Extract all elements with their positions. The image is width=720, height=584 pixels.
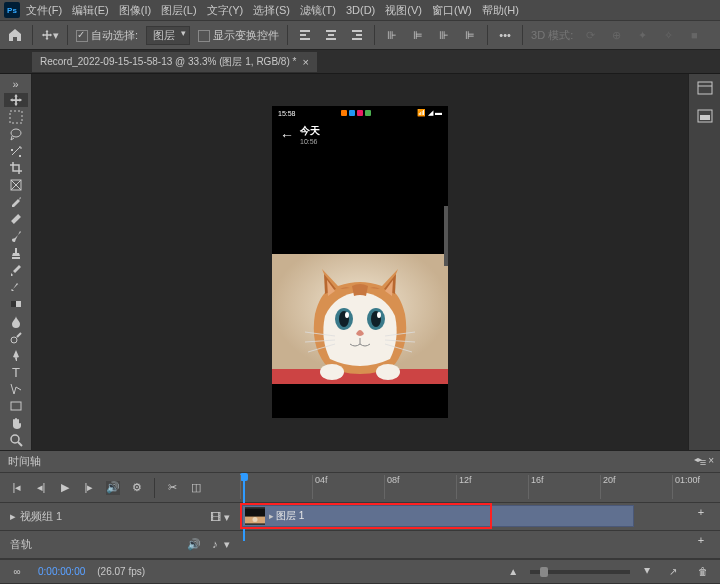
expand-icon[interactable]: » [4,78,28,90]
timeline-title[interactable]: 时间轴 [8,454,41,469]
svg-point-34 [377,312,381,318]
audio-mute-icon[interactable]: 🔊 [185,536,203,554]
svg-rect-1 [300,34,306,36]
distribute-icon-3[interactable]: ⊪ [435,26,453,44]
svg-rect-46 [700,115,710,120]
rect-tool[interactable] [4,399,28,413]
loop-icon[interactable]: ∞ [8,563,26,581]
svg-rect-5 [326,38,336,40]
auto-select-checkbox[interactable]: 自动选择: [76,28,138,43]
back-icon: ← [280,127,294,143]
eraser-tool[interactable] [4,280,28,294]
lasso-tool[interactable] [4,127,28,141]
menu-edit[interactable]: 编辑(E) [68,1,113,20]
menu-file[interactable]: 文件(F) [22,1,66,20]
document-tab[interactable]: Record_2022-09-15-15-58-13 @ 33.3% (图层 1… [32,52,317,72]
3d-icon-2: ⊕ [607,26,625,44]
split-icon[interactable]: ✂ [165,481,179,495]
brush-tool[interactable] [4,229,28,243]
timeline-footer: ∞ 0:00:00:00 (26.07 fps) ▲ ▲ ↗ 🗑 [0,559,720,583]
phone-header: ← 今天 10:56 [272,120,448,149]
show-transform-checkbox[interactable]: 显示变换控件 [198,28,279,43]
panel-icon-1[interactable] [693,78,717,98]
type-tool[interactable]: T [4,365,28,379]
crop-tool[interactable] [4,161,28,175]
svg-point-41 [320,364,344,380]
panel-icon-2[interactable] [693,106,717,126]
filmstrip-icon[interactable]: 🎞 [206,508,224,526]
play-icon[interactable]: ▶ [58,481,72,495]
align-icon-1[interactable] [296,26,314,44]
video-group-label[interactable]: 视频组 1 [20,510,62,522]
menu-select[interactable]: 选择(S) [249,1,294,20]
move-tool-icon[interactable]: ▾ [41,26,59,44]
menu-help[interactable]: 帮助(H) [478,1,523,20]
first-frame-icon[interactable]: |◂ [10,481,24,495]
svg-rect-13 [11,214,21,224]
svg-rect-7 [356,34,362,36]
distribute-icon-4[interactable]: ⊫ [461,26,479,44]
mute-icon[interactable]: 🔊 [106,481,120,495]
home-icon[interactable] [6,26,24,44]
menu-window[interactable]: 窗口(W) [428,1,476,20]
path-tool[interactable] [4,382,28,396]
move-tool[interactable] [4,93,28,107]
zoom-in-icon[interactable]: ▲ [642,566,652,577]
settings-icon[interactable]: ⚙ [130,481,144,495]
heal-tool[interactable] [4,212,28,226]
pen-tool[interactable] [4,348,28,362]
history-brush-tool[interactable] [4,263,28,277]
next-frame-icon[interactable]: |▸ [82,481,96,495]
audio-label[interactable]: 音轨 [10,537,32,552]
phone-statusbar: 15:58 📶 ◢ ▬ [272,106,448,120]
dodge-tool[interactable] [4,331,28,345]
transition-icon[interactable]: ◫ [189,481,203,495]
canvas-scrollbar[interactable] [444,206,448,266]
menu-layer[interactable]: 图层(L) [157,1,200,20]
add-audio-icon[interactable]: + [692,531,710,549]
hand-tool[interactable] [4,416,28,430]
close-tab-icon[interactable]: × [302,56,308,68]
stamp-tool[interactable] [4,246,28,260]
audio-track-row: 音轨 🔊 ♪▾ + [0,531,720,559]
clip-highlight [240,503,492,529]
canvas-area[interactable]: 15:58 📶 ◢ ▬ ← 今天 10:56 [32,74,688,450]
svg-point-20 [11,435,19,443]
prev-frame-icon[interactable]: ◂| [34,481,48,495]
content-image [272,254,448,384]
app-logo: Ps [4,2,20,18]
blur-tool[interactable] [4,314,28,328]
menu-filter[interactable]: 滤镜(T) [296,1,340,20]
zoom-slider[interactable] [530,570,630,574]
menu-image[interactable]: 图像(I) [115,1,155,20]
render-icon[interactable]: ↗ [664,563,682,581]
timeline-ruler[interactable]: 04f 08f 12f 16f 20f 01:00f [240,475,720,499]
align-icon-2[interactable] [322,26,340,44]
add-video-icon[interactable]: + [692,503,710,521]
menu-3d[interactable]: 3D(D) [342,2,379,18]
tab-bar: Record_2022-09-15-15-58-13 @ 33.3% (图层 1… [0,50,720,74]
menu-view[interactable]: 视图(V) [381,1,426,20]
distribute-icon-1[interactable]: ⊪ [383,26,401,44]
timecode[interactable]: 0:00:00:00 [38,566,85,577]
svg-line-17 [17,333,21,337]
eyedropper-tool[interactable] [4,195,28,209]
more-icon[interactable]: ••• [496,26,514,44]
zoom-tool[interactable] [4,433,28,447]
document-canvas[interactable]: 15:58 📶 ◢ ▬ ← 今天 10:56 [272,106,448,418]
marquee-tool[interactable] [4,110,28,124]
delete-icon[interactable]: 🗑 [694,563,712,581]
align-icon-3[interactable] [348,26,366,44]
svg-point-42 [376,364,400,380]
collapse-icon[interactable]: ◂▸ [694,455,702,464]
gradient-tool[interactable] [4,297,28,311]
frame-tool[interactable] [4,178,28,192]
close-panel-icon[interactable]: × [708,455,714,466]
auto-select-dropdown[interactable]: 图层 [146,26,190,45]
wand-tool[interactable] [4,144,28,158]
music-note-icon[interactable]: ♪ [206,535,224,553]
3d-icon-4: ✧ [659,26,677,44]
distribute-icon-2[interactable]: ⊫ [409,26,427,44]
zoom-out-icon[interactable]: ▲ [508,566,518,577]
menu-type[interactable]: 文字(Y) [203,1,248,20]
